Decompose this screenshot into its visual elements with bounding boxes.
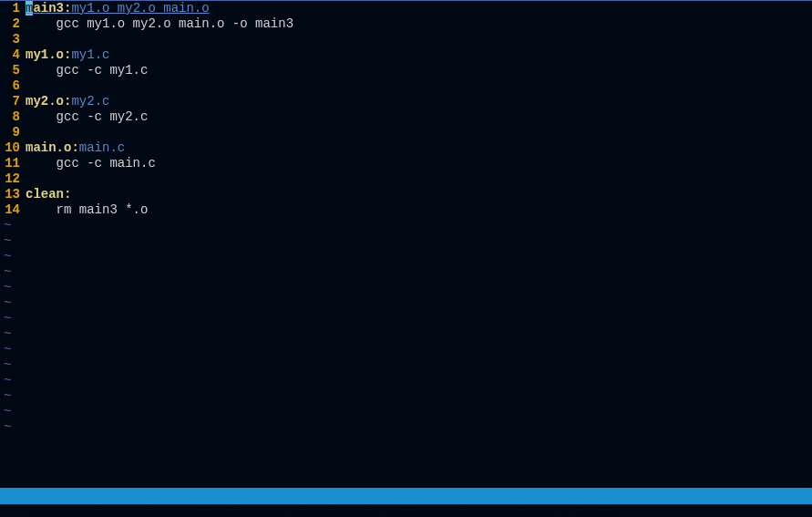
vim-editor[interactable]: 1main3:my1.o my2.o main.o2 gcc my1.o my2… (0, 0, 812, 517)
make-command: gcc -c main.c (26, 156, 156, 171)
code-line[interactable]: 5 gcc -c my1.c (0, 63, 812, 78)
status-bar: ~/exp4/mfc/Makefile [FORMAT=unix] [TYPE=… (0, 488, 812, 504)
make-target: my1.o: (26, 47, 71, 62)
line-number: 5 (0, 63, 26, 78)
empty-line-marker: ~ (0, 311, 812, 326)
line-number: 4 (0, 47, 26, 63)
make-command: gcc -c my2.c (26, 109, 148, 124)
empty-line-marker: ~ (0, 357, 812, 373)
empty-line-marker: ~ (0, 249, 812, 264)
line-number: 13 (0, 187, 26, 202)
line-number: 2 (0, 16, 26, 32)
line-number: 8 (0, 109, 26, 125)
code-line[interactable]: 13clean: (0, 187, 812, 202)
code-line[interactable]: 4my1.o:my1.c (0, 47, 812, 63)
empty-line-marker: ~ (0, 342, 812, 357)
make-deps: main.c (79, 140, 125, 155)
code-line[interactable]: 3 (0, 32, 812, 47)
line-number: 9 (0, 125, 26, 140)
code-text[interactable]: gcc -c my2.c (26, 109, 812, 125)
empty-line-marker: ~ (0, 295, 812, 311)
make-target: clean: (26, 187, 71, 202)
line-number: 3 (0, 32, 26, 47)
code-text[interactable] (26, 78, 812, 94)
line-number: 6 (0, 78, 26, 94)
empty-line-marker: ~ (0, 264, 812, 280)
line-number: 1 (0, 1, 26, 16)
empty-line-marker: ~ (0, 404, 812, 419)
empty-line-marker: ~ (0, 326, 812, 342)
empty-line-marker: ~ (0, 388, 812, 404)
line-number: 11 (0, 156, 26, 171)
make-command: gcc -c my1.c (26, 63, 148, 78)
line-number: 7 (0, 94, 26, 109)
code-text[interactable]: gcc my1.o my2.o main.o -o main3 (26, 16, 812, 32)
empty-line-marker: ~ (0, 233, 812, 249)
code-text[interactable]: main.o:main.c (26, 140, 812, 156)
code-line[interactable]: 2 gcc my1.o my2.o main.o -o main3 (0, 16, 812, 32)
code-text[interactable] (26, 32, 812, 47)
empty-line-marker: ~ (0, 373, 812, 388)
code-text[interactable]: my1.o:my1.c (26, 47, 812, 63)
line-number: 10 (0, 140, 26, 156)
empty-line-marker: ~ (0, 280, 812, 295)
code-text[interactable]: my2.o:my2.c (26, 94, 812, 109)
code-line[interactable]: 10main.o:main.c (0, 140, 812, 156)
code-line[interactable]: 12 (0, 171, 812, 187)
code-line[interactable]: 7my2.o:my2.c (0, 94, 812, 109)
text-content[interactable]: 1main3:my1.o my2.o main.o2 gcc my1.o my2… (0, 1, 812, 517)
code-text[interactable] (26, 125, 812, 140)
code-line[interactable]: 14 rm main3 *.o (0, 202, 812, 218)
make-command: gcc my1.o my2.o main.o -o main3 (26, 16, 293, 31)
code-line[interactable]: 6 (0, 78, 812, 94)
code-text[interactable] (26, 171, 812, 187)
command-line[interactable] (0, 504, 812, 517)
code-text[interactable]: clean: (26, 187, 812, 202)
line-number: 14 (0, 202, 26, 218)
code-text[interactable]: main3:my1.o my2.o main.o (26, 1, 812, 16)
code-text[interactable]: gcc -c my1.c (26, 63, 812, 78)
make-target: my2.o: (26, 94, 71, 109)
make-command: rm main3 *.o (26, 202, 148, 217)
make-deps: my2.c (71, 94, 109, 109)
code-line[interactable]: 11 gcc -c main.c (0, 156, 812, 171)
code-line[interactable]: 1main3:my1.o my2.o main.o (0, 1, 812, 16)
code-line[interactable]: 9 (0, 125, 812, 140)
make-target: ain3: (33, 1, 71, 16)
make-deps: my1.o my2.o main.o (71, 1, 209, 16)
code-text[interactable]: gcc -c main.c (26, 156, 812, 171)
empty-line-marker: ~ (0, 419, 812, 435)
make-deps: my1.c (71, 47, 109, 62)
make-target: main.o: (26, 140, 79, 155)
code-text[interactable]: rm main3 *.o (26, 202, 812, 218)
empty-line-marker: ~ (0, 218, 812, 233)
code-line[interactable]: 8 gcc -c my2.c (0, 109, 812, 125)
line-number: 12 (0, 171, 26, 187)
